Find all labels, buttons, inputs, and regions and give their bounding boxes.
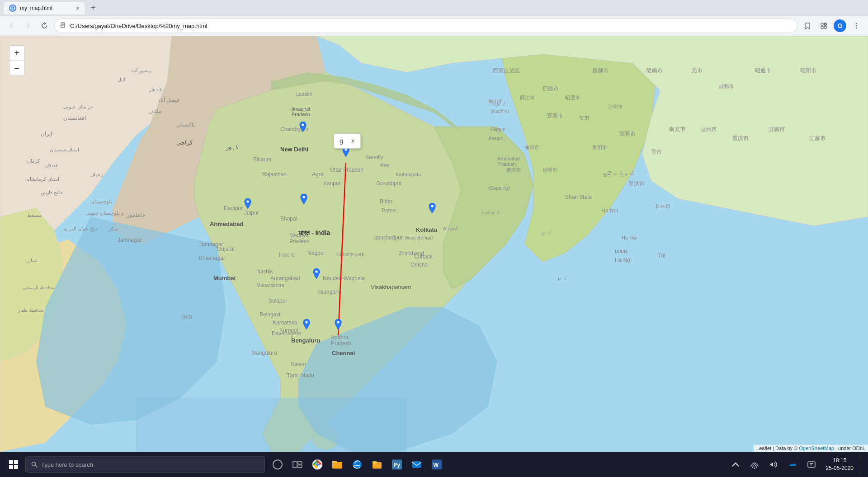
svg-text:Jamshedpur: Jamshedpur [373,235,403,241]
menu-button[interactable] [850,19,863,32]
start-button[interactable] [4,455,24,474]
svg-text:昭通市: 昭通市 [755,67,771,74]
action-center-icon[interactable] [803,456,820,473]
svg-point-10 [856,28,857,28]
show-desktop-button[interactable] [860,456,863,473]
cortana-icon[interactable] [269,455,287,474]
svg-text:昆明市: 昆明市 [542,167,557,173]
svg-text:Pradesh: Pradesh [289,238,310,244]
svg-text:پیشور آباد: پیشور آباد [131,68,151,74]
svg-text:Gujarat: Gujarat [217,246,235,252]
tab-title: my_map.html [20,5,72,11]
map-popup[interactable]: g × [334,133,361,149]
svg-text:پاکستان: پاکستان [176,122,195,128]
task-view-icon[interactable] [288,455,307,474]
volume-icon[interactable] [765,456,782,473]
svg-text:و بلوچستان جنوبی: و بلوچستان جنوبی [86,210,123,216]
tray-expand-button[interactable] [727,456,744,473]
network-icon[interactable] [746,456,763,473]
python-icon[interactable]: Py [388,455,406,474]
svg-text:ایران: ایران [41,131,52,137]
svg-text:Salem: Salem [291,361,306,367]
svg-text:کابل: کابل [118,77,127,82]
tab-favicon [9,5,16,12]
svg-text:فندقار: فندقار [45,163,57,169]
map-container[interactable]: Himachal Pradesh Ladakh Chandigarh New D… [0,36,868,452]
folder-icon[interactable] [368,455,386,474]
address-bar[interactable]: C:/Users/gayat/OneDrive/Desktop/%20my_ma… [54,19,797,33]
marker-bengaluru[interactable] [301,319,312,335]
file-explorer-icon[interactable] [328,455,346,474]
clock-display[interactable]: 18:15 25-05-2020 [822,457,857,472]
svg-text:عمان: عمان [27,258,38,263]
svg-text:Nanded-Waghala: Nanded-Waghala [323,275,365,282]
svg-text:那曲市: 那曲市 [542,85,559,92]
tab-close-button[interactable]: × [76,5,80,12]
svg-text:昭阳市: 昭阳市 [800,67,816,74]
svg-text:Kathmandu: Kathmandu [396,172,421,177]
zoom-in-button[interactable]: + [9,45,24,61]
svg-text:کراچی: کراچی [176,139,193,146]
marker-delhi[interactable] [297,122,308,138]
svg-rect-161 [332,461,337,463]
svg-text:Bareilly: Bareilly [365,154,383,160]
svg-line-151 [35,465,38,468]
reload-button[interactable] [38,19,51,32]
marker-ahmedabad[interactable] [242,198,253,215]
svg-text:فیصل آباد: فیصل آباد [158,96,179,103]
svg-rect-163 [373,461,377,464]
forward-button[interactable] [22,19,34,32]
svg-text:Tamil Nadu: Tamil Nadu [287,372,314,379]
svg-text:Assam: Assam [488,136,504,141]
marker-chennai[interactable] [333,319,344,335]
svg-text:昭通市: 昭通市 [565,95,580,100]
svg-text:Bhavnagar: Bhavnagar [199,255,225,261]
marker-hyderabad[interactable] [311,268,322,285]
bookmark-button[interactable] [801,19,814,32]
word-icon[interactable]: W [428,455,446,474]
svg-text:خلیج فارس: خلیج فارس [41,190,63,196]
new-tab-button[interactable]: + [87,3,99,13]
svg-text:昌都市: 昌都市 [592,67,609,74]
svg-text:کرمان: کرمان [27,158,40,164]
svg-text:Mangaluru: Mangaluru [251,350,277,356]
taskbar-search[interactable]: Type here to search [25,456,265,473]
svg-text:Mumbai: Mumbai [213,275,236,282]
svg-text:بلوچستان: بلوچستان [90,198,112,205]
svg-text:Himachal: Himachal [289,106,310,112]
svg-text:नेपाल: नेपाल [379,163,389,168]
marker-bareilly[interactable] [340,146,351,163]
chrome-taskbar-icon[interactable] [308,455,326,474]
svg-text:Pradesh: Pradesh [331,340,351,347]
svg-text:ရှမ်းပြည်နယ်: ရှမ်းပြည်နယ် [601,171,634,178]
extensions-button[interactable] [817,19,830,32]
svg-text:西藏自治区: 西藏自治区 [493,67,520,74]
profile-button[interactable]: G [834,19,846,32]
svg-text:ပုပ်: ပုပ် [556,276,567,281]
onedrive-icon[interactable] [784,456,801,473]
svg-text:Davanagere: Davanagere [272,330,302,337]
svg-text:南充市: 南充市 [669,126,685,132]
svg-text:جلخ عمان العربیه: جلخ عمان العربیه [63,226,98,232]
marker-kolkata[interactable] [427,203,438,219]
edge-icon[interactable] [348,455,366,474]
popup-close-button[interactable]: × [351,137,355,145]
svg-text:Bhopal: Bhopal [280,216,297,222]
svg-text:ژهدان: ژهدان [90,172,103,178]
back-button[interactable] [5,19,18,32]
svg-text:Telangana: Telangana [316,289,342,295]
marker-bhopal[interactable] [298,194,309,210]
svg-point-145 [302,196,305,198]
browser-tab[interactable]: my_map.html × [4,2,85,14]
svg-text:Jamnagar: Jamnagar [118,237,142,243]
svg-text:贵阳市: 贵阳市 [592,145,607,150]
mail-icon[interactable] [408,455,426,474]
zoom-out-button[interactable]: − [9,61,24,76]
osm-link[interactable]: OpenStreetMap [799,446,834,451]
popup-text: g [340,137,343,145]
svg-point-144 [246,200,249,202]
svg-text:Hà Nội: Hà Nội [615,257,632,263]
svg-rect-154 [298,461,302,464]
svg-text:Kanpur: Kanpur [323,180,341,187]
map-background: Himachal Pradesh Ladakh Chandigarh New D… [0,36,868,452]
